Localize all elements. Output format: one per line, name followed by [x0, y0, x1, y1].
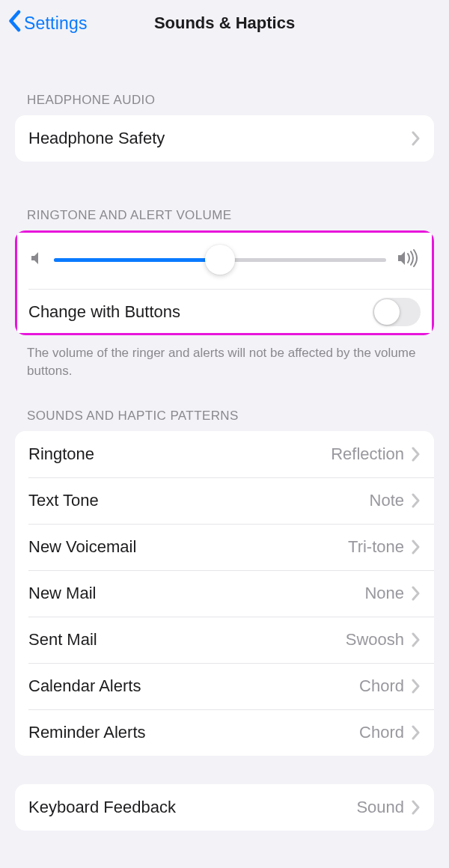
pattern-value: Chord: [359, 676, 404, 696]
chevron-right-icon: [412, 131, 421, 146]
chevron-right-icon: [412, 679, 421, 694]
pattern-value: Note: [370, 491, 404, 510]
row-headphone-safety[interactable]: Headphone Safety: [15, 115, 434, 162]
keyboard-feedback-value: Sound: [356, 798, 404, 817]
volume-low-icon: [30, 251, 43, 269]
chevron-right-icon: [412, 632, 421, 647]
pattern-value: Chord: [359, 723, 404, 742]
navbar: Settings Sounds & Haptics: [0, 0, 449, 46]
row-sound-pattern[interactable]: Reminder AlertsChord: [15, 709, 434, 756]
group-headphone: Headphone Safety: [15, 115, 434, 162]
chevron-right-icon: [412, 540, 421, 554]
chevron-right-icon: [412, 725, 421, 740]
pattern-label: New Mail: [28, 584, 364, 603]
pattern-value: Reflection: [331, 444, 404, 464]
chevron-right-icon: [412, 493, 421, 508]
row-sound-pattern[interactable]: Calendar AlertsChord: [15, 663, 434, 709]
row-keyboard-feedback[interactable]: Keyboard Feedback Sound: [15, 784, 434, 831]
toggle-knob: [374, 299, 400, 325]
row-sound-pattern[interactable]: New VoicemailTri-tone: [15, 524, 434, 570]
group-volume: Change with Buttons: [15, 230, 434, 335]
group-patterns: RingtoneReflectionText ToneNoteNew Voice…: [15, 431, 434, 756]
row-change-with-buttons[interactable]: Change with Buttons: [15, 289, 434, 335]
row-sound-pattern[interactable]: Text ToneNote: [15, 477, 434, 524]
volume-slider[interactable]: [54, 230, 386, 289]
row-sound-pattern[interactable]: New MailNone: [15, 570, 434, 617]
section-footer-volume: The volume of the ringer and alerts will…: [0, 335, 449, 380]
slider-thumb[interactable]: [205, 245, 235, 275]
change-with-buttons-label: Change with Buttons: [28, 302, 373, 322]
pattern-label: Reminder Alerts: [28, 723, 359, 742]
keyboard-feedback-label: Keyboard Feedback: [28, 798, 356, 817]
chevron-left-icon: [7, 10, 24, 37]
headphone-safety-label: Headphone Safety: [28, 129, 412, 148]
back-button[interactable]: Settings: [7, 10, 88, 37]
back-label: Settings: [24, 13, 88, 34]
chevron-right-icon: [412, 447, 421, 462]
pattern-label: Calendar Alerts: [28, 676, 359, 696]
group-keyboard: Keyboard Feedback Sound: [15, 784, 434, 831]
chevron-right-icon: [412, 586, 421, 601]
pattern-label: Sent Mail: [28, 630, 346, 650]
row-sound-pattern[interactable]: Sent MailSwoosh: [15, 617, 434, 663]
section-header-patterns: SOUNDS AND HAPTIC PATTERNS: [0, 409, 449, 431]
section-header-volume: RINGTONE AND ALERT VOLUME: [0, 208, 449, 230]
pattern-value: None: [364, 584, 404, 603]
change-with-buttons-toggle[interactable]: [373, 298, 421, 326]
pattern-value: Swoosh: [346, 630, 404, 650]
pattern-value: Tri-tone: [348, 537, 404, 557]
volume-high-icon: [397, 249, 419, 270]
pattern-label: Ringtone: [28, 444, 331, 464]
chevron-right-icon: [412, 800, 421, 815]
section-header-headphone: HEADPHONE AUDIO: [0, 93, 449, 115]
pattern-label: New Voicemail: [28, 537, 348, 557]
row-volume-slider[interactable]: [15, 230, 434, 289]
row-sound-pattern[interactable]: RingtoneReflection: [15, 431, 434, 477]
pattern-label: Text Tone: [28, 491, 370, 510]
